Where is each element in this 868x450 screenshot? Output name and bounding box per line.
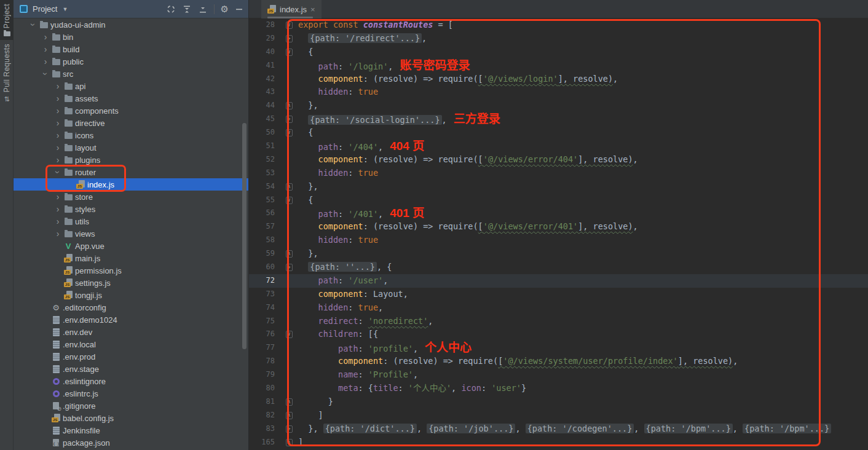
fold-open-icon[interactable]: ∨ [286,49,293,56]
tree-item-package-json[interactable]: package.json [14,436,248,449]
folded-region-chip[interactable]: {path: '/bpm'...} [743,424,831,433]
folded-region-chip[interactable]: {path: '/social-login'...} [308,115,441,125]
code-text: hidden: true [298,85,868,99]
tree-item-yudao-ui-admin[interactable]: ›yudao-ui-admin [14,18,248,31]
fold-open-icon[interactable]: ∨ [286,129,293,136]
folded-region-chip[interactable]: {path: '/bpm'...} [644,424,733,433]
expand-all-icon[interactable] [182,4,192,14]
folded-region-chip[interactable]: {path: '/job'...} [427,424,515,433]
code-token: : (resolve) => require( [363,221,478,231]
tree-item-label: tongji.js [75,291,102,300]
tree-item-public[interactable]: ›public [14,55,248,68]
folded-region-chip[interactable]: {path: '/codegen'...} [526,424,634,433]
project-view-icon[interactable] [20,5,28,13]
annotation-text: 401 页 [390,207,424,219]
tab-index-js[interactable]: index.js × [261,0,322,18]
folded-region-chip[interactable]: {path: '/dict'...} [323,424,417,433]
fold-end-icon[interactable]: ∧ [286,398,293,406]
hide-panel-icon[interactable] [235,5,243,14]
tree-item-babel-config-js[interactable]: babel.config.js [14,412,248,424]
tree-item--env-prod[interactable]: .env.prod [14,350,248,363]
tree-item-jenkinsfile[interactable]: Jenkinsfile [14,424,248,436]
fold-plus-icon[interactable]: + [286,264,293,271]
chevron-right-icon[interactable]: › [41,45,50,53]
chevron-right-icon[interactable]: › [53,192,63,201]
fold-end-icon[interactable]: ∧ [286,412,293,419]
tree-item-styles[interactable]: ›styles [14,203,248,215]
fold-end-icon[interactable]: ∧ [286,183,293,191]
tool-button-pull-requests[interactable]: Pull Requests ⇅ [0,40,14,107]
code-token: , [428,316,433,326]
tree-item-icons[interactable]: ›icons [14,129,248,141]
tree-item-app-vue[interactable]: App.vue [14,240,248,252]
tree-item-components[interactable]: ›components [14,105,248,117]
text-file-icon [53,427,60,435]
tree-item-store[interactable]: ›store [14,191,248,203]
chevron-right-icon[interactable]: › [41,33,50,41]
tool-button-project[interactable]: Project [0,0,14,40]
chevron-right-icon[interactable]: › [53,82,63,90]
tree-item-plugins[interactable]: ›plugins [14,154,248,166]
folded-region-chip[interactable]: {path: '/redirect'...} [308,33,422,43]
line-number: 58 [249,234,280,247]
tree-item--env-demo1024[interactable]: .env.demo1024 [14,314,248,326]
tree-item-permission-js[interactable]: permission.js [14,264,248,277]
chevron-right-icon[interactable]: › [53,106,63,115]
chevron-right-icon[interactable]: › [53,217,63,226]
tree-item--editorconfig[interactable]: .editorconfig [14,301,248,314]
tree-item-utils[interactable]: ›utils [14,215,248,227]
tree-item--eslintignore[interactable]: .eslintignore [14,375,248,387]
fold-open-icon[interactable]: ∨ [286,197,293,204]
code-area[interactable]: 28∨export const constantRoutes = [29+ {p… [249,18,868,450]
chevron-right-icon[interactable]: › [53,131,63,140]
tree-item-assets[interactable]: ›assets [14,92,248,105]
tree-item-src[interactable]: ›src [14,68,248,80]
chevron-right-icon[interactable]: › [41,57,50,66]
tree-item-settings-js[interactable]: settings.js [14,277,248,289]
fold-end-icon[interactable]: ∧ [286,250,293,258]
tree-item--env-stage[interactable]: .env.stage [14,363,248,375]
tree-item-router[interactable]: ›router [14,166,248,178]
locate-file-icon[interactable] [166,4,176,14]
tree-item-main-js[interactable]: main.js [14,252,248,264]
tree-item-views[interactable]: ›views [14,227,248,240]
code-token: icon [461,383,481,393]
settings-gear-icon[interactable]: ⚙ [221,4,229,14]
tree-item-directive[interactable]: ›directive [14,117,248,129]
tree-item--gitignore[interactable]: .gitignore [14,400,248,412]
code-line-56: 56 path: '/401',401 页 [249,207,868,220]
chevron-right-icon[interactable]: › [53,156,63,164]
chevron-right-icon[interactable]: › [53,229,63,238]
tree-item-api[interactable]: ›api [14,80,248,92]
chevron-down-icon[interactable]: ▼ [62,6,68,12]
chevron-right-icon[interactable]: › [53,94,63,103]
fold-open-icon[interactable]: ∨ [286,331,293,338]
folded-region-chip[interactable]: {path: ''...} [308,262,377,272]
chevron-down-icon[interactable]: › [53,167,62,177]
code-token: 'noredirect' [368,316,428,326]
tree-scrollbar[interactable] [242,123,247,349]
fold-plus-icon[interactable]: + [286,425,293,433]
tree-item-index-js[interactable]: index.js [14,178,248,191]
tree-item-bin[interactable]: ›bin [14,31,248,43]
tree-item--eslintrc-js[interactable]: .eslintrc.js [14,387,248,400]
tree-item--env-dev[interactable]: .env.dev [14,326,248,338]
fold-open-icon[interactable]: ∨ [286,22,293,29]
chevron-right-icon[interactable]: › [53,143,63,152]
line-number: 77 [249,341,280,355]
fold-plus-icon[interactable]: + [286,116,293,123]
tree-item-tongji-js[interactable]: tongji.js [14,289,248,301]
chevron-right-icon[interactable]: › [53,205,63,213]
chevron-down-icon[interactable]: › [41,69,50,79]
close-tab-icon[interactable]: × [310,5,315,14]
code-text: { [298,194,868,207]
tree-item-build[interactable]: ›build [14,43,248,55]
chevron-right-icon[interactable]: › [53,119,63,127]
fold-end-icon[interactable]: ∧ [286,439,293,446]
fold-plus-icon[interactable]: + [286,35,293,42]
fold-end-icon[interactable]: ∧ [286,102,293,109]
tree-item--env-local[interactable]: .env.local [14,338,248,350]
chevron-down-icon[interactable]: › [29,20,37,30]
collapse-all-icon[interactable] [198,4,208,14]
tree-item-layout[interactable]: ›layout [14,141,248,154]
